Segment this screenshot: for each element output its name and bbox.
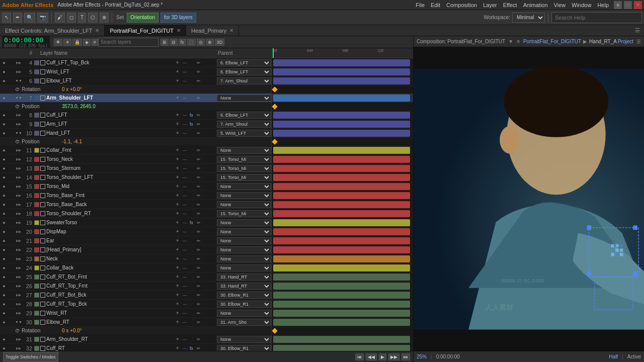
- pen-icon[interactable]: ✏: [197, 113, 204, 118]
- timeline-bar-7[interactable]: [273, 95, 411, 102]
- solo-icon[interactable]: ☀: [176, 157, 183, 161]
- solo-icon[interactable]: ☀: [176, 302, 183, 306]
- layer-row-13[interactable]: ●▶13Torso_Sternum☀—✏15. Torso_Mi: [0, 164, 271, 173]
- parent-dropdown-24[interactable]: None: [217, 264, 271, 272]
- timeline-bar-23[interactable]: [273, 255, 411, 262]
- switch-btn[interactable]: —: [183, 175, 190, 179]
- collapse-17[interactable]: ▶: [15, 203, 22, 207]
- visibility-toggle-25[interactable]: ●: [0, 275, 8, 280]
- parent-select-14[interactable]: 15. Torso_Mi: [216, 174, 271, 181]
- visibility-toggle-22[interactable]: ●: [0, 247, 8, 252]
- parent-dropdown-19[interactable]: None: [217, 219, 271, 226]
- parent-dropdown-12[interactable]: 15. Torso_Mi: [217, 156, 271, 163]
- parent-select-24[interactable]: None: [216, 264, 271, 272]
- parent-select-17[interactable]: None: [216, 201, 271, 208]
- parent-select-11[interactable]: None: [216, 147, 271, 154]
- timeline-bar-5[interactable]: [273, 68, 411, 75]
- collapse-30[interactable]: ▼: [15, 320, 22, 324]
- pen-icon[interactable]: ✏: [197, 337, 204, 342]
- switch-btn[interactable]: —: [183, 311, 190, 315]
- solo-icon[interactable]: ☀: [176, 69, 183, 74]
- layer-row-10[interactable]: ●▼10Hand_LFT☀—✏5. Wrist_LFT: [0, 129, 271, 138]
- timeline-bar-27[interactable]: [273, 292, 411, 299]
- parent-dropdown-25[interactable]: 33. Hand_RT: [217, 274, 271, 281]
- timeline-bar-28[interactable]: [273, 301, 411, 308]
- switch-btn[interactable]: —: [183, 284, 190, 288]
- parent-select-20[interactable]: None: [216, 228, 271, 235]
- timeline-bar-14[interactable]: [273, 174, 411, 181]
- layer-row-20[interactable]: ●▶20DispMap☀—✏None: [0, 227, 271, 236]
- adjust-btn[interactable]: ⊕: [206, 39, 214, 46]
- layer-color-10[interactable]: [34, 131, 39, 136]
- expand-all-btn[interactable]: ⊞: [160, 39, 169, 46]
- tool-eraser[interactable]: ◻: [67, 13, 76, 23]
- visibility-toggle-28[interactable]: ●: [0, 302, 8, 307]
- layer-color-29[interactable]: [34, 311, 39, 316]
- pen-icon[interactable]: ✏: [197, 202, 204, 207]
- collapse-15[interactable]: ▶: [15, 185, 22, 189]
- layer-row-14[interactable]: ●▶14Torso_Shoulder_LFT☀—✏15. Torso_Mi: [0, 173, 271, 182]
- layer-color-7[interactable]: [34, 96, 39, 101]
- pen-icon[interactable]: ✏: [197, 96, 204, 101]
- collapse-26[interactable]: ▶: [15, 284, 22, 288]
- timeline-bar-15[interactable]: [273, 183, 411, 190]
- collapse-5[interactable]: ▶: [15, 70, 22, 74]
- collapse-12[interactable]: ▶: [15, 157, 22, 161]
- layer-color-30[interactable]: [34, 320, 39, 325]
- motion-blur-btn[interactable]: ◎: [197, 39, 205, 46]
- switch-btn[interactable]: —: [183, 247, 190, 252]
- layer-color-20[interactable]: [34, 229, 39, 234]
- solo-icon[interactable]: ☀: [176, 166, 183, 170]
- solo-icon[interactable]: ☀: [176, 211, 183, 216]
- collapse-4[interactable]: ▶: [15, 61, 22, 65]
- collapse-8[interactable]: ▶: [15, 113, 22, 117]
- tab-portrait-flat[interactable]: PortraitFlat_For_DIGITUT ✕: [105, 25, 186, 36]
- pen-icon[interactable]: ✏: [197, 311, 204, 316]
- pen-icon[interactable]: ✏: [197, 148, 204, 153]
- parent-dropdown-18[interactable]: 15. Torso_Mi: [217, 210, 271, 217]
- solo-icon[interactable]: ☀: [176, 238, 183, 243]
- visibility-toggle-23[interactable]: ●: [0, 256, 8, 261]
- parent-dropdown-28[interactable]: 30. Elbow_R1: [217, 301, 271, 308]
- visibility-toggle-26[interactable]: ●: [0, 284, 8, 289]
- visibility-toggle-21[interactable]: ●: [0, 238, 8, 243]
- menu-composition[interactable]: Composition: [443, 0, 480, 10]
- keyframe-diamond[interactable]: [272, 139, 277, 144]
- layer-row-7[interactable]: ●▼7Arm_Shoulder_LFT☀—✏None: [0, 94, 271, 103]
- parent-select-16[interactable]: None: [216, 192, 271, 199]
- layer-color-14[interactable]: [34, 175, 39, 180]
- parent-dropdown-10[interactable]: 5. Wrist_LFT: [217, 130, 271, 137]
- parent-dropdown-4[interactable]: 6. Elbow_LFT: [217, 59, 271, 66]
- switch-btn[interactable]: —: [183, 220, 190, 225]
- timeline-bar-30[interactable]: [273, 319, 411, 326]
- parent-dropdown-11[interactable]: None: [217, 147, 271, 154]
- tool-zoom[interactable]: 🔍: [24, 13, 35, 23]
- layer-row-11[interactable]: ●▶11Collar_Frnt☀—✏None: [0, 146, 271, 155]
- layer-color-22[interactable]: [34, 247, 39, 252]
- visibility-toggle-18[interactable]: ●: [0, 211, 8, 216]
- parent-select-10[interactable]: 5. Wrist_LFT: [216, 130, 271, 137]
- close-icon[interactable]: ✕: [229, 28, 233, 33]
- switch-btn[interactable]: —: [183, 346, 190, 350]
- collapse-9[interactable]: ▶: [15, 122, 22, 126]
- visibility-toggle-29[interactable]: ●: [0, 311, 8, 316]
- layer-row-22[interactable]: ●▶22[Head_Primary]☀—✏None: [0, 245, 271, 254]
- parent-select-12[interactable]: 15. Torso_Mi: [216, 156, 271, 163]
- solo-icon[interactable]: ☀: [176, 320, 183, 324]
- layer-color-26[interactable]: [34, 284, 39, 289]
- visibility-toggle-8[interactable]: ●: [0, 113, 8, 118]
- parent-dropdown-27[interactable]: 30. Elbow_R1: [217, 292, 271, 299]
- solo-icon[interactable]: ☀: [176, 184, 183, 189]
- switch-btn[interactable]: —: [183, 320, 190, 324]
- parent-dropdown-29[interactable]: None: [217, 310, 271, 317]
- layer-color-9[interactable]: [34, 122, 39, 127]
- layer-color-15[interactable]: [34, 184, 39, 189]
- solo-btn[interactable]: ☀: [63, 39, 71, 46]
- layer-color-8[interactable]: [34, 113, 39, 118]
- search-help-input[interactable]: [551, 12, 642, 23]
- prop-value[interactable]: 0 x +0.0°: [62, 86, 82, 92]
- layer-row-27[interactable]: ●▶27Cuff_RT_Bot_Bck☀—✏30. Elbow_R1: [0, 291, 271, 300]
- layer-row-5[interactable]: ●▶5Wrist_LFT☀—✏6. Elbow_LFT: [0, 67, 271, 76]
- parent-dropdown-23[interactable]: None: [217, 255, 271, 262]
- timeline-bar-26[interactable]: [273, 283, 411, 290]
